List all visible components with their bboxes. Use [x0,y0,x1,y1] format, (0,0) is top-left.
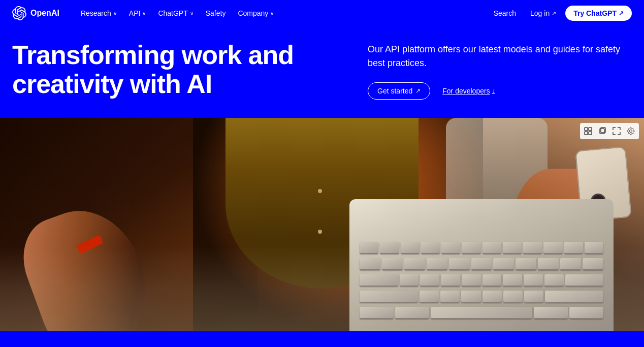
key [420,274,439,287]
nav-safety[interactable]: Safety [201,6,231,20]
key [560,258,581,270]
arrow-icon: ↗ [415,87,421,94]
shirt-button [318,189,322,193]
keyboard-row [360,242,603,256]
key [544,274,564,287]
grid-icon [584,127,592,135]
key [524,291,543,303]
hero-left: Transforming work and creativity with AI [12,41,347,99]
svg-rect-1 [589,128,592,131]
key [395,307,429,319]
key [565,274,604,287]
hero-description: Our API platform offers our latest model… [368,43,632,70]
key [360,258,380,270]
key [545,291,603,303]
image-control-btn-4[interactable] [625,125,637,137]
key [462,242,480,254]
key [449,258,470,270]
chevron-down-icon: ∨ [113,11,117,16]
shirt-button [318,230,322,234]
keyboard-row [360,291,603,305]
key [420,291,439,303]
key [482,242,501,254]
image-control-btn-2[interactable] [596,125,608,137]
arrow-icon: ↗ [619,10,624,17]
key [440,291,460,303]
hero-right: Our API platform offers our latest model… [368,41,632,100]
key [523,242,542,254]
nav-company[interactable]: Company ∨ [233,6,279,20]
nav-links: Research ∨ API ∨ ChatGPT ∨ Safety Compan… [76,6,489,20]
svg-rect-2 [585,132,588,135]
key [543,242,562,254]
key [482,291,502,303]
key [404,258,425,270]
chevron-down-icon: ∨ [270,11,274,16]
login-link[interactable]: Log in ↗ [525,6,561,20]
openai-logo-icon [12,6,26,20]
image-controls [580,123,639,139]
hero-section: Transforming work and creativity with AI… [0,26,644,118]
hero-image [0,118,644,331]
try-chatgpt-button[interactable]: Try ChatGPT ↗ [565,6,632,21]
key [400,274,419,287]
key [380,242,399,254]
get-started-button[interactable]: Get started ↗ [368,82,430,100]
key [482,274,502,287]
key [461,291,480,303]
nav-api[interactable]: API ∨ [124,6,151,20]
logo-text: OpenAI [30,9,59,18]
key [503,274,522,287]
key [382,258,403,270]
key [360,307,394,319]
keyboard-grid [360,242,603,321]
search-button[interactable]: Search [489,6,521,20]
laptop-keyboard [349,199,614,331]
key [583,258,603,270]
logo-link[interactable]: OpenAI [12,6,59,20]
keyboard-row [360,274,603,289]
expand-icon [613,127,621,135]
key [516,258,536,270]
settings-icon [627,127,635,135]
keyboard-row [360,307,603,321]
for-developers-button[interactable]: For developers ↓ [442,87,495,95]
key [524,274,543,287]
key [360,242,378,254]
keyboard-row [360,258,603,272]
image-control-btn-1[interactable] [582,125,594,137]
key [360,291,418,303]
key [471,258,492,270]
key [564,242,583,254]
key [538,258,559,270]
nav-right: Search Log in ↗ Try ChatGPT ↗ [489,6,632,21]
key [534,307,568,319]
nav-chatgpt[interactable]: ChatGPT ∨ [153,6,198,20]
photo-background [0,118,644,331]
key [569,307,603,319]
chevron-down-icon: ∨ [142,11,146,16]
external-link-icon: ↗ [552,10,556,17]
key [503,291,523,303]
key [503,242,522,254]
hero-buttons: Get started ↗ For developers ↓ [368,82,632,100]
key [421,242,440,254]
nav-research[interactable]: Research ∨ [76,6,122,20]
arrow-down-icon: ↓ [492,87,495,94]
chevron-down-icon: ∨ [190,11,194,16]
image-control-btn-3[interactable] [610,125,623,137]
svg-rect-3 [589,132,592,135]
key [401,242,420,254]
hero-title: Transforming work and creativity with AI [12,41,307,99]
key [585,242,603,254]
spacebar-key [431,307,533,319]
key [441,242,460,254]
key [493,258,514,270]
key [462,274,481,287]
key [427,258,447,270]
navigation: OpenAI Research ∨ API ∨ ChatGPT ∨ Safety… [0,0,644,26]
copy-icon [598,127,606,135]
key [441,274,460,287]
key [360,274,398,287]
svg-rect-0 [585,128,588,131]
